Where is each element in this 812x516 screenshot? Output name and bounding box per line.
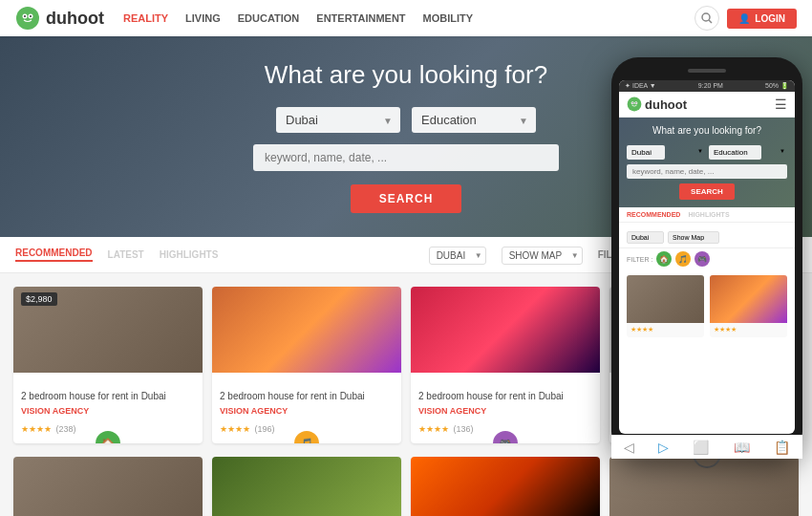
card-1-agency: VISION AGENCY (21, 406, 195, 416)
phone-status-bar: ✦ IDEA ▼ 9:20 PM 50% 🔋 (619, 80, 795, 92)
card-2-reviews: (196) (254, 424, 274, 434)
card-3-stars: ★★★★ (418, 424, 449, 434)
card-r2-2-img (212, 457, 401, 516)
phone-filter-city-wrap: Dubai (627, 226, 664, 244)
card-3-title: 2 bedroom house for rent in Dubai (418, 390, 592, 402)
card-row2-3[interactable] (411, 457, 600, 516)
category-select-wrapper: Education ▼ (412, 107, 536, 133)
show-map-wrap: SHOW MAP ▼ (502, 246, 583, 265)
phone-outer: ✦ IDEA ▼ 9:20 PM 50% 🔋 (611, 57, 802, 459)
phone-category-select[interactable]: Education (709, 145, 761, 160)
svg-point-5 (702, 13, 710, 21)
phone-category-arrow: ▼ (780, 148, 785, 154)
phone-filter-bar: RECOMMENDED HIGHLIGHTS (619, 207, 795, 223)
svg-point-7 (628, 97, 642, 112)
phone-card-2-body: ★★★★ (710, 323, 787, 337)
show-map-select-wrapper: SHOW MAP ▼ (502, 246, 583, 265)
card-1-reviews: (238) (55, 424, 75, 434)
brand-name: duhoot (46, 9, 104, 29)
phone-filter-home[interactable]: 🏠 (656, 251, 672, 267)
phone-card-2[interactable]: ★★★★ (710, 275, 787, 337)
phone-hero-title: What are you looking for? (627, 125, 787, 136)
filter-city-select[interactable]: DUBAI (429, 247, 486, 265)
nav-mobility[interactable]: MOBILITY (423, 12, 474, 24)
nav-living[interactable]: LIVING (185, 12, 221, 24)
filter-city-select-wrapper: DUBAI ▼ (429, 246, 486, 265)
mobile-mockup: ✦ IDEA ▼ 9:20 PM 50% 🔋 (611, 57, 802, 459)
nav-links: REALITY LIVING EDUCATION ENTERTAINMENT M… (123, 12, 694, 24)
phone-filter-map-select[interactable]: Show Map (668, 231, 719, 244)
phone-filter-label: FILTER : (627, 256, 652, 263)
phone-category-wrap: Education ▼ (709, 141, 787, 160)
card-3-image (411, 287, 600, 373)
card-2-agency: VISION AGENCY (220, 406, 394, 416)
card-1-stars: ★★★★ (21, 424, 52, 434)
tab-highlights[interactable]: HIGHLIGHTS (160, 249, 219, 260)
search-button[interactable]: SEARCH (351, 184, 462, 213)
login-button[interactable]: 👤 LOGIN (727, 9, 797, 29)
phone-cards: ★★★★ ★★★★ (619, 269, 795, 343)
card-row2-2[interactable]: VISION AGENCY (212, 457, 401, 516)
logo-icon (15, 6, 40, 31)
card-1-badge: $2,980 (21, 292, 57, 306)
phone-filter-city-select[interactable]: Dubai (627, 231, 664, 244)
nav-reality[interactable]: REALITY (123, 12, 168, 24)
nav-entertainment[interactable]: ENTERTAINMENT (316, 12, 405, 24)
card-2-stars: ★★★★ (220, 424, 250, 434)
phone-filter-icons: FILTER : 🏠 🎵 🎮 (619, 248, 795, 269)
login-label: LOGIN (755, 13, 785, 24)
svg-point-4 (30, 15, 32, 17)
phone-hero: What are you looking for? Dubai ▼ Educat… (619, 118, 795, 207)
card-3[interactable]: 🎮 2 bedroom house for rent in Dubai VISI… (411, 287, 600, 443)
svg-point-0 (16, 7, 39, 30)
phone-menu-icon[interactable]: ☰ (775, 97, 787, 112)
phone-logo-icon (627, 97, 642, 112)
city-select[interactable]: Dubai (276, 107, 400, 133)
phone-filter-music[interactable]: 🎵 (675, 251, 691, 267)
phone-brand-name: duhoot (645, 97, 687, 112)
svg-line-6 (709, 20, 712, 23)
phone-card-2-img (710, 275, 787, 323)
phone-filter-game[interactable]: 🎮 (694, 251, 710, 267)
svg-point-3 (24, 15, 26, 17)
phone-logo: duhoot (627, 97, 687, 112)
phone-card-1[interactable]: ★★★★ (627, 275, 704, 337)
phone-search-button[interactable]: SEARCH (679, 183, 735, 200)
card-3-agency: VISION AGENCY (418, 406, 592, 416)
nav-education[interactable]: EDUCATION (238, 12, 300, 24)
phone-keyword-input[interactable] (627, 164, 787, 179)
phone-battery: 50% 🔋 (765, 82, 789, 90)
card-2-image (212, 287, 401, 373)
phone-carrier: ✦ IDEA ▼ (625, 82, 656, 90)
card-r2-1-img (13, 457, 203, 516)
card-2[interactable]: 🎵 2 bedroom house for rent in Dubai VISI… (212, 287, 401, 443)
phone-city-arrow: ▼ (697, 148, 703, 154)
card-row2-1[interactable]: VISION AGENCY (13, 457, 203, 516)
filter-city-wrap: DUBAI ▼ (429, 246, 486, 265)
phone-tab-highlights[interactable]: HIGHLIGHTS (688, 211, 729, 218)
card-1[interactable]: $2,980 🏠 2 bedroom house for rent in Dub… (13, 287, 203, 443)
card-r2-3-img (411, 457, 600, 516)
svg-point-10 (632, 102, 633, 103)
keyword-input[interactable] (253, 144, 559, 171)
category-select[interactable]: Education (412, 107, 536, 133)
card-2-title: 2 bedroom house for rent in Dubai (220, 390, 394, 402)
phone-city-select[interactable]: Dubai (627, 145, 665, 160)
logo: duhoot (15, 6, 104, 31)
login-icon: 👤 (738, 13, 750, 24)
search-icon-button[interactable] (694, 6, 719, 31)
phone-speaker (688, 69, 726, 73)
phone-city-wrap: Dubai ▼ (627, 141, 705, 160)
phone-selects: Dubai ▼ Education ▼ (627, 141, 787, 160)
phone-card-1-stars: ★★★★ (630, 326, 700, 333)
card-3-reviews: (136) (453, 424, 473, 434)
phone-nav: duhoot ☰ (619, 92, 795, 118)
tab-latest[interactable]: LATEST (108, 249, 144, 260)
show-map-select[interactable]: SHOW MAP (502, 247, 583, 265)
phone-tab-recommended[interactable]: RECOMMENDED (627, 211, 680, 218)
tab-recommended[interactable]: RECOMMENDED (15, 247, 93, 262)
phone-screen: ✦ IDEA ▼ 9:20 PM 50% 🔋 (619, 80, 795, 434)
phone-filter-map-wrap: Show Map (668, 226, 719, 244)
svg-point-11 (635, 102, 636, 103)
card-1-title: 2 bedroom house for rent in Dubai (21, 390, 195, 402)
